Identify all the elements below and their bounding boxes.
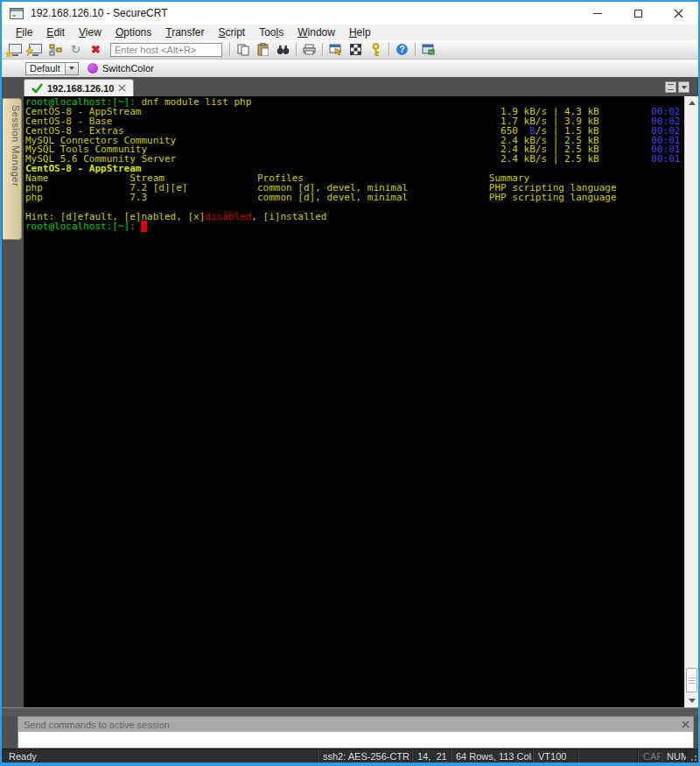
- securecrt-window: 192.168.126.10 - SecureCRT FileEditViewO…: [0, 0, 700, 766]
- terminal-line: root@localhost:[~]:: [25, 222, 684, 232]
- reconnect-glyph: ↻: [71, 43, 80, 56]
- bolt-glyph: [26, 44, 34, 60]
- secondary-toolbar: Default SwitchColor: [2, 60, 698, 77]
- keymap-icon[interactable]: [346, 42, 365, 58]
- close-icon: [674, 9, 683, 18]
- switch-color-button[interactable]: SwitchColor: [88, 63, 154, 74]
- clone-session-icon[interactable]: [419, 42, 438, 58]
- chevron-down-icon: [69, 67, 74, 70]
- menu-item-transfer[interactable]: Transfer: [158, 26, 211, 39]
- menu-item-options[interactable]: Options: [108, 26, 158, 39]
- key-icon[interactable]: [367, 42, 385, 58]
- tab-menu-button[interactable]: [678, 81, 690, 93]
- find-icon[interactable]: [274, 42, 292, 58]
- switch-color-dot: [88, 63, 98, 74]
- print-icon[interactable]: [300, 42, 318, 58]
- dock-gap: [2, 707, 698, 716]
- main-area: Session Manager root@localhost:[~]: dnf …: [2, 96, 698, 707]
- host-input[interactable]: [110, 43, 222, 57]
- resize-grip[interactable]: [686, 749, 698, 762]
- status-bar: Ready ssh2: AES-256-CTR14, 2164 Rows, 11…: [2, 748, 698, 762]
- scroll-up-button[interactable]: [685, 96, 698, 109]
- connect-icon[interactable]: [26, 42, 45, 58]
- close-button[interactable]: [658, 2, 698, 25]
- switch-color-label: SwitchColor: [102, 63, 154, 74]
- session-tree-icon[interactable]: [46, 42, 65, 58]
- toolbar-separator: [296, 43, 297, 56]
- maximize-icon: [634, 10, 642, 18]
- terminal-line: php 7.3 common [d], devel, minimal PHP s…: [25, 193, 684, 203]
- star-glyph: ★: [5, 49, 13, 59]
- list-icon: [668, 84, 674, 90]
- app-icon: [10, 8, 24, 19]
- status-cursor-position: 14, 21: [411, 749, 450, 762]
- status-encryption: ssh2: AES-256-CTR: [317, 749, 411, 762]
- main-toolbar: ★ ↻ ✖ ?: [2, 40, 698, 60]
- menu-item-tools[interactable]: Tools: [252, 26, 290, 39]
- connected-check-icon: [32, 83, 43, 93]
- menu-item-window[interactable]: Window: [290, 26, 342, 39]
- help-icon[interactable]: ?: [393, 42, 411, 58]
- command-window-close-button[interactable]: [677, 720, 693, 728]
- style-combo[interactable]: Default: [25, 62, 79, 75]
- menu-item-view[interactable]: View: [72, 26, 108, 39]
- scrollbar-track[interactable]: [685, 109, 698, 668]
- left-dock-strip: Session Manager: [2, 96, 24, 707]
- status-emulation: VT100: [532, 749, 578, 762]
- status-caps-lock: CAP: [637, 749, 661, 762]
- paste-icon[interactable]: [254, 42, 272, 58]
- status-terminal-size: 64 Rows, 113 Cols: [450, 749, 532, 762]
- tab-close-icon[interactable]: [118, 84, 126, 92]
- status-ready: Ready: [2, 751, 37, 762]
- combo-dropdown-button[interactable]: [66, 62, 79, 75]
- tab-list-button[interactable]: [665, 81, 676, 93]
- session-manager-tab[interactable]: Session Manager: [3, 98, 22, 240]
- disconnect-glyph: ✖: [91, 44, 101, 55]
- chevron-down-icon: [682, 86, 687, 89]
- terminal-scrollbar[interactable]: [684, 96, 698, 707]
- question-glyph: ?: [396, 44, 408, 55]
- arrow-up-icon: [689, 101, 696, 105]
- scroll-down-button[interactable]: [685, 694, 698, 707]
- style-combo-value: Default: [25, 62, 66, 75]
- scrollbar-thumb[interactable]: [686, 668, 697, 692]
- arrow-down-icon: [689, 699, 696, 703]
- window-title: 192.168.126.10 - SecureCRT: [31, 7, 168, 19]
- toolbar-separator: [388, 43, 389, 56]
- session-tab[interactable]: 192.168.126.10: [24, 79, 134, 96]
- session-tab-label: 192.168.126.10: [47, 83, 114, 94]
- menu-item-help[interactable]: Help: [342, 26, 378, 39]
- menu-item-script[interactable]: Script: [212, 26, 253, 39]
- command-input-area[interactable]: [18, 732, 693, 748]
- close-icon: [682, 720, 690, 728]
- toolbar-separator: [415, 43, 416, 56]
- tab-bar: 192.168.126.10: [2, 77, 698, 96]
- session-options-icon[interactable]: [326, 42, 345, 58]
- menu-item-edit[interactable]: Edit: [39, 26, 72, 39]
- reconnect-icon[interactable]: ↻: [66, 42, 85, 58]
- menu-bar: FileEditViewOptionsTransferScriptToolsWi…: [2, 25, 698, 40]
- menu-item-file[interactable]: File: [9, 26, 39, 39]
- title-bar: 192.168.126.10 - SecureCRT: [2, 2, 698, 25]
- command-bar: [18, 717, 693, 732]
- quick-connect-icon[interactable]: ★: [6, 42, 24, 58]
- terminal[interactable]: root@localhost:[~]: dnf module list phpC…: [24, 96, 684, 707]
- session-manager-label: Session Manager: [10, 105, 21, 186]
- toolbar-separator: [229, 43, 230, 56]
- command-input[interactable]: [18, 720, 677, 730]
- toolbar-separator: [322, 43, 323, 56]
- minimize-icon: [593, 13, 602, 14]
- status-num-lock: NUM: [661, 749, 686, 762]
- minimize-button[interactable]: [578, 2, 618, 25]
- command-window: [2, 716, 698, 748]
- maximize-button[interactable]: [618, 2, 658, 25]
- disconnect-icon[interactable]: ✖: [87, 42, 105, 58]
- copy-icon[interactable]: [234, 42, 252, 58]
- status-spare: [578, 749, 637, 762]
